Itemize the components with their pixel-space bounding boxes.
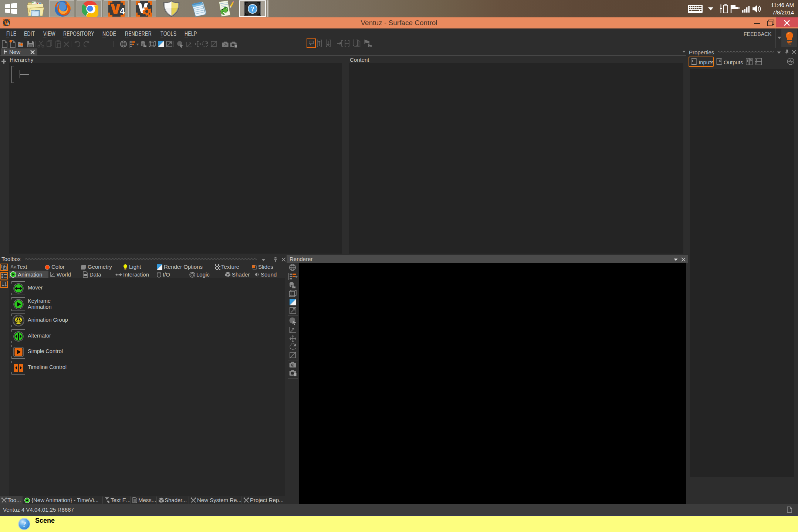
svg-text:4: 4 [120,6,125,16]
svg-text:?: ? [23,520,26,528]
svg-text:?: ? [251,5,254,13]
